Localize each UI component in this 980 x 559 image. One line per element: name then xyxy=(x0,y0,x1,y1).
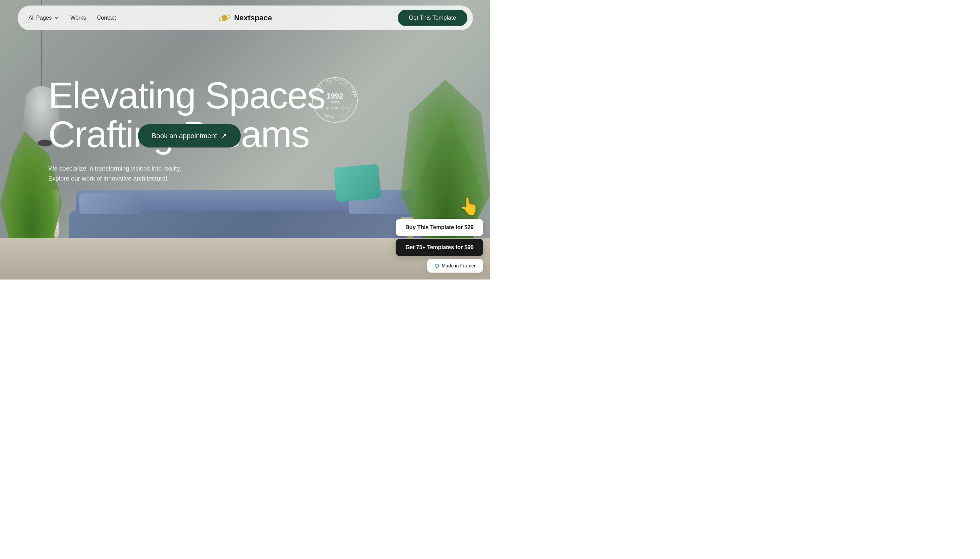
hand-cursor-icon: 👆 xyxy=(459,197,480,216)
hero-subtitle: We specialize in transforming visions in… xyxy=(48,164,186,184)
logo-planet-icon xyxy=(218,12,230,24)
buy-template-button[interactable]: Buy This Template for $29 xyxy=(396,219,483,236)
nav-all-pages[interactable]: All Pages xyxy=(29,15,60,21)
stamp-badge: BEST INTERIOR FIRM · 1992 · 1992 · BEST … xyxy=(311,76,359,124)
all-pages-label: All Pages xyxy=(29,15,52,21)
stamp-year: 1992 xyxy=(327,92,343,100)
contact-label: Contact xyxy=(97,15,116,21)
framer-icon: ⬡ xyxy=(434,263,439,268)
hero-subtitle-line2: Explore our work of innovative architect… xyxy=(48,175,169,182)
stamp-svg: BEST INTERIOR FIRM · 1992 · 1992 · BEST … xyxy=(311,76,359,124)
chevron-down-icon xyxy=(54,15,59,21)
book-btn-label: Book an appointment xyxy=(152,132,217,140)
sofa-cushion-left xyxy=(80,194,141,214)
nav-left: All Pages Works Contact xyxy=(29,15,116,21)
made-in-label: Made in Framer xyxy=(441,263,476,268)
nav-contact[interactable]: Contact xyxy=(97,15,116,21)
logo-text: Nextspace xyxy=(234,13,272,22)
get-template-button[interactable]: Get This Template xyxy=(398,10,467,26)
hero-subtitle-line1: We specialize in transforming visions in… xyxy=(48,165,181,172)
works-label: Works xyxy=(70,15,86,21)
nav-logo: Nextspace xyxy=(218,12,272,24)
hero-title-line1: Elevating Spaces xyxy=(48,74,325,116)
hero-cta-area: Book an appointment ↗ xyxy=(138,124,241,147)
get-templates-button[interactable]: Get 75+ Templates for $99 xyxy=(396,239,483,256)
stamp-bottom-text: · 1992 · xyxy=(321,111,338,120)
navbar: All Pages Works Contact Nextspace Get Th… xyxy=(18,5,473,30)
nav-works[interactable]: Works xyxy=(70,15,86,21)
stamp-subtitle: · BEST · xyxy=(328,101,341,105)
floating-panel: 👆 Buy This Template for $29 Get 75+ Temp… xyxy=(396,197,483,273)
made-in-framer-button[interactable]: ⬡ Made in Framer xyxy=(427,259,483,273)
sofa-pillow-teal xyxy=(333,164,381,202)
stamp-firm-text: INTERIOR FIRM xyxy=(321,106,349,109)
arrow-icon: ↗ xyxy=(221,132,227,140)
book-appointment-button[interactable]: Book an appointment ↗ xyxy=(138,124,241,147)
